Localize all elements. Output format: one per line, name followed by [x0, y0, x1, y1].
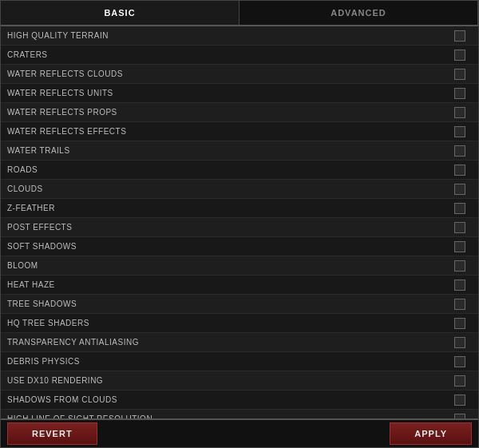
table-row: CLOUDS: [1, 180, 478, 199]
setting-checkbox[interactable]: [454, 107, 465, 118]
checkbox-area: [448, 203, 472, 214]
apply-button[interactable]: APPLY: [390, 422, 472, 445]
checkbox-area: [448, 260, 472, 272]
setting-checkbox[interactable]: [454, 145, 465, 157]
checkbox-area: [448, 356, 472, 367]
setting-checkbox[interactable]: [454, 30, 465, 42]
checkbox-area: [448, 69, 472, 80]
setting-label: USE DX10 RENDERING: [7, 376, 448, 385]
setting-label: ROADS: [7, 165, 448, 174]
setting-checkbox[interactable]: [454, 337, 465, 348]
setting-checkbox[interactable]: [454, 222, 465, 233]
table-row: POST EFFECTS: [1, 218, 478, 237]
tab-basic[interactable]: BASIC: [1, 1, 240, 25]
checkbox-area: [448, 280, 472, 291]
setting-checkbox[interactable]: [454, 203, 465, 214]
table-row: HIGH LINE OF SIGHT RESOLUTION: [1, 410, 478, 418]
setting-checkbox[interactable]: [454, 375, 465, 387]
setting-label: HIGH QUALITY TERRAIN: [7, 31, 448, 40]
setting-label: HQ TREE SHADERS: [7, 319, 448, 327]
table-row: DEBRIS PHYSICS: [1, 352, 478, 371]
table-row: WATER REFLECTS UNITS: [1, 84, 478, 103]
setting-label: CRATERS: [7, 50, 448, 59]
setting-checkbox[interactable]: [454, 318, 465, 329]
table-row: BLOOM: [1, 256, 478, 276]
table-row: WATER REFLECTS PROPS: [1, 103, 478, 122]
tab-advanced[interactable]: ADVANCED: [240, 1, 478, 25]
checkbox-area: [448, 241, 472, 252]
table-row: TREE SHADOWS: [1, 295, 478, 314]
setting-checkbox[interactable]: [454, 88, 465, 99]
setting-label: CLOUDS: [7, 184, 448, 193]
checkbox-area: [448, 88, 472, 99]
checkbox-area: [448, 375, 472, 387]
settings-list[interactable]: HIGH QUALITY TERRAINCRATERSWATER REFLECT…: [1, 26, 478, 418]
setting-label: TREE SHADOWS: [7, 299, 448, 308]
table-row: HQ TREE SHADERS: [1, 314, 478, 333]
setting-label: HEAT HAZE: [7, 280, 448, 289]
checkbox-area: [448, 126, 472, 137]
setting-checkbox[interactable]: [454, 299, 465, 310]
table-row: CRATERS: [1, 46, 478, 65]
setting-label: WATER REFLECTS PROPS: [7, 108, 448, 117]
setting-label: TRANSPARENCY ANTIALIASING: [7, 338, 448, 347]
checkbox-area: [448, 30, 472, 42]
table-row: WATER REFLECTS CLOUDS: [1, 65, 478, 84]
setting-checkbox[interactable]: [454, 165, 465, 176]
checkbox-area: [448, 184, 472, 195]
table-row: Z-FEATHER: [1, 199, 478, 218]
setting-checkbox[interactable]: [454, 394, 465, 406]
checkbox-area: [448, 394, 472, 406]
checkbox-area: [448, 318, 472, 329]
checkbox-area: [448, 299, 472, 310]
table-row: SHADOWS FROM CLOUDS: [1, 391, 478, 410]
setting-label: WATER REFLECTS EFFECTS: [7, 127, 448, 136]
setting-checkbox[interactable]: [454, 280, 465, 291]
checkbox-area: [448, 222, 472, 233]
checkbox-area: [448, 145, 472, 157]
setting-checkbox[interactable]: [454, 260, 465, 272]
checkbox-area: [448, 107, 472, 118]
table-row: HIGH QUALITY TERRAIN: [1, 26, 478, 46]
setting-label: WATER REFLECTS CLOUDS: [7, 69, 448, 78]
tab-bar: BASIC ADVANCED: [1, 1, 478, 26]
setting-checkbox[interactable]: [454, 241, 465, 252]
setting-label: BLOOM: [7, 261, 448, 270]
setting-label: WATER REFLECTS UNITS: [7, 89, 448, 97]
setting-checkbox[interactable]: [454, 69, 465, 80]
setting-label: POST EFFECTS: [7, 223, 448, 232]
table-row: USE DX10 RENDERING: [1, 371, 478, 391]
revert-button[interactable]: REVERT: [7, 422, 97, 445]
checkbox-area: [448, 50, 472, 61]
table-row: SOFT SHADOWS: [1, 237, 478, 256]
setting-label: DEBRIS PHYSICS: [7, 357, 448, 366]
setting-label: WATER TRAILS: [7, 146, 448, 155]
checkbox-area: [448, 165, 472, 176]
setting-checkbox[interactable]: [454, 356, 465, 367]
table-row: WATER TRAILS: [1, 141, 478, 161]
setting-label: SOFT SHADOWS: [7, 242, 448, 251]
table-row: WATER REFLECTS EFFECTS: [1, 122, 478, 141]
table-row: ROADS: [1, 161, 478, 180]
content-area: HIGH QUALITY TERRAINCRATERSWATER REFLECT…: [1, 26, 478, 418]
setting-checkbox[interactable]: [454, 126, 465, 137]
table-row: TRANSPARENCY ANTIALIASING: [1, 333, 478, 352]
checkbox-area: [448, 337, 472, 348]
footer: REVERT APPLY: [1, 418, 478, 447]
setting-checkbox[interactable]: [454, 184, 465, 195]
table-row: HEAT HAZE: [1, 276, 478, 295]
setting-checkbox[interactable]: [454, 50, 465, 61]
setting-label: SHADOWS FROM CLOUDS: [7, 395, 448, 404]
settings-window: BASIC ADVANCED HIGH QUALITY TERRAINCRATE…: [0, 0, 479, 448]
setting-label: Z-FEATHER: [7, 204, 448, 212]
